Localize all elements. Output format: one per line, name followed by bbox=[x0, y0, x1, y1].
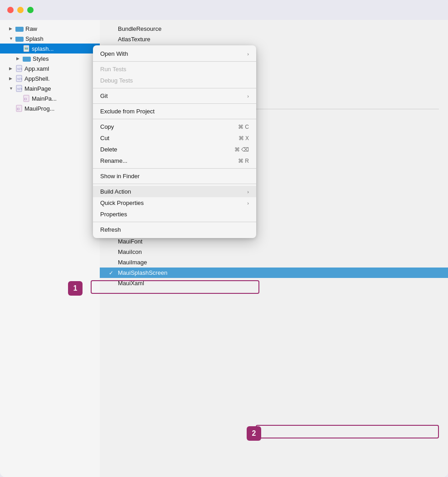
tree-item-mauiprog[interactable]: {} MauiProg... bbox=[0, 103, 100, 113]
menu-divider-6 bbox=[93, 184, 256, 184]
expand-arrow-splash: ▼ bbox=[9, 36, 15, 41]
menu-item-refresh[interactable]: Refresh bbox=[93, 224, 256, 235]
tree-item-app-xaml[interactable]: ▶ </> App.xaml bbox=[0, 63, 100, 73]
file-icon-mainpage: </> bbox=[15, 85, 23, 92]
menu-item-copy[interactable]: Copy ⌘ C bbox=[93, 121, 256, 132]
tree-label-raw: Raw bbox=[25, 25, 37, 32]
folder-icon-styles bbox=[23, 55, 31, 62]
menu-label-rename: Rename... bbox=[100, 157, 127, 164]
menu-item-delete[interactable]: Delete ⌘ ⌫ bbox=[93, 144, 256, 155]
maximize-button[interactable] bbox=[27, 7, 34, 13]
file-icon-appshell: </> bbox=[15, 75, 23, 82]
menu-label-exclude: Exclude from Project bbox=[100, 108, 155, 115]
tree-label-mauiprog: MauiProg... bbox=[24, 105, 54, 112]
expand-arrow-mainpage: ▼ bbox=[9, 86, 15, 91]
menu-label-show-in-finder: Show in Finder bbox=[100, 173, 140, 180]
expand-arrow-app-xaml: ▶ bbox=[9, 66, 15, 71]
svg-rect-8 bbox=[23, 57, 26, 58]
menu-label-quick-properties: Quick Properties bbox=[100, 200, 144, 206]
menu-item-cut[interactable]: Cut ⌘ X bbox=[93, 132, 256, 144]
submenu-arrow-build-action: › bbox=[247, 189, 249, 195]
menu-label-debug-tests: Debug Tests bbox=[100, 77, 133, 84]
menu-item-exclude[interactable]: Exclude from Project bbox=[93, 106, 256, 117]
tree-item-appshell[interactable]: ▶ </> AppShell. bbox=[0, 73, 100, 83]
tree-item-styles[interactable]: ▶ Styles bbox=[0, 54, 100, 63]
svg-rect-1 bbox=[15, 27, 19, 28]
menu-item-debug-tests: Debug Tests bbox=[93, 75, 256, 86]
context-menu: Open With › Run Tests Debug Tests Git › … bbox=[93, 45, 256, 238]
menu-divider-7 bbox=[93, 222, 256, 222]
file-icon-app-xaml: </> bbox=[15, 65, 23, 72]
annotation-badge-1: 1 bbox=[68, 281, 83, 296]
menu-divider-1 bbox=[93, 61, 256, 62]
submenu-arrow-quick-properties: › bbox=[247, 200, 249, 206]
menu-item-show-in-finder[interactable]: Show in Finder bbox=[93, 170, 256, 182]
svg-text:</>: </> bbox=[17, 87, 22, 90]
submenu-arrow-open-with: › bbox=[247, 51, 249, 57]
file-tree: ▶ Raw ▼ Splash bbox=[0, 20, 100, 477]
svg-text:{}: {} bbox=[24, 97, 27, 100]
file-icon-mauiprog: {} bbox=[15, 105, 23, 112]
tree-label-appshell: AppShell. bbox=[24, 75, 50, 82]
menu-label-refresh: Refresh bbox=[100, 226, 121, 233]
menu-shortcut-rename: ⌘ R bbox=[238, 158, 249, 164]
tree-item-mainpage-cs[interactable]: {} MainPa... bbox=[0, 93, 100, 103]
menu-shortcut-copy: ⌘ C bbox=[238, 124, 249, 130]
menu-label-delete: Delete bbox=[100, 146, 117, 153]
menu-shortcut-cut: ⌘ X bbox=[239, 135, 249, 141]
menu-item-quick-properties[interactable]: Quick Properties › bbox=[93, 197, 256, 209]
tree-label-splash: Splash bbox=[25, 35, 44, 42]
annotation-badge-2: 2 bbox=[247, 426, 261, 441]
submenu-arrow-git: › bbox=[247, 93, 249, 99]
tree-item-splash-file[interactable]: splash... bbox=[0, 44, 100, 54]
menu-label-build-action: Build Action bbox=[100, 188, 131, 195]
folder-icon-raw bbox=[15, 25, 24, 32]
menu-item-build-action[interactable]: Build Action › bbox=[93, 186, 256, 197]
tree-label-app-xaml: App.xaml bbox=[24, 65, 49, 72]
tree-item-splash-folder[interactable]: ▼ Splash bbox=[0, 34, 100, 44]
menu-item-open-with[interactable]: Open With › bbox=[93, 48, 256, 59]
expand-arrow-raw: ▶ bbox=[9, 26, 15, 31]
menu-divider-2 bbox=[93, 88, 256, 88]
menu-item-git[interactable]: Git › bbox=[93, 90, 256, 102]
file-icon-mainpage-cs: {} bbox=[23, 95, 30, 102]
menu-shortcut-delete: ⌘ ⌫ bbox=[234, 146, 249, 153]
menu-label-git: Git bbox=[100, 92, 108, 99]
tree-label-splash-file: splash... bbox=[32, 45, 54, 52]
menu-divider-5 bbox=[93, 168, 256, 169]
tree-item-mainpage[interactable]: ▼ </> MainPage bbox=[0, 83, 100, 93]
build-action-maui-icon[interactable]: MauiIcon bbox=[100, 247, 448, 257]
svg-text:{}: {} bbox=[17, 107, 20, 110]
tree-label-styles: Styles bbox=[33, 55, 49, 62]
svg-text:</>: </> bbox=[17, 67, 22, 70]
menu-label-open-with: Open With bbox=[100, 50, 128, 57]
menu-divider-3 bbox=[93, 103, 256, 104]
folder-icon-splash bbox=[15, 35, 24, 42]
menu-item-properties[interactable]: Properties bbox=[93, 209, 256, 220]
menu-item-rename[interactable]: Rename... ⌘ R bbox=[93, 155, 256, 166]
expand-arrow-styles: ▶ bbox=[16, 56, 23, 61]
expand-arrow-appshell: ▶ bbox=[9, 76, 15, 81]
menu-label-copy: Copy bbox=[100, 123, 114, 130]
titlebar bbox=[0, 0, 448, 20]
file-icon-splash bbox=[23, 45, 30, 52]
build-action-maui-image[interactable]: MauiImage bbox=[100, 257, 448, 268]
build-action-maui-xaml[interactable]: MauiXaml bbox=[100, 278, 448, 288]
svg-point-6 bbox=[25, 47, 26, 48]
svg-text:</>: </> bbox=[17, 77, 22, 80]
menu-label-cut: Cut bbox=[100, 135, 109, 141]
tree-label-mainpage-cs: MainPa... bbox=[32, 95, 57, 102]
menu-label-properties: Properties bbox=[100, 211, 127, 218]
menu-label-run-tests: Run Tests bbox=[100, 66, 127, 73]
menu-divider-4 bbox=[93, 119, 256, 119]
minimize-button[interactable] bbox=[17, 7, 24, 13]
build-action-atlas-texture[interactable]: AtlasTexture bbox=[100, 34, 448, 44]
build-action-maui-splash[interactable]: ✓ MauiSplashScreen bbox=[100, 268, 448, 278]
build-action-bundle-resource[interactable]: BundleResource bbox=[100, 24, 448, 34]
tree-label-mainpage: MainPage bbox=[24, 85, 51, 92]
close-button[interactable] bbox=[7, 7, 14, 13]
svg-rect-3 bbox=[15, 37, 19, 38]
main-window: ▶ Raw ▼ Splash bbox=[0, 0, 448, 477]
tree-item-raw[interactable]: ▶ Raw bbox=[0, 24, 100, 34]
menu-item-run-tests: Run Tests bbox=[93, 63, 256, 75]
